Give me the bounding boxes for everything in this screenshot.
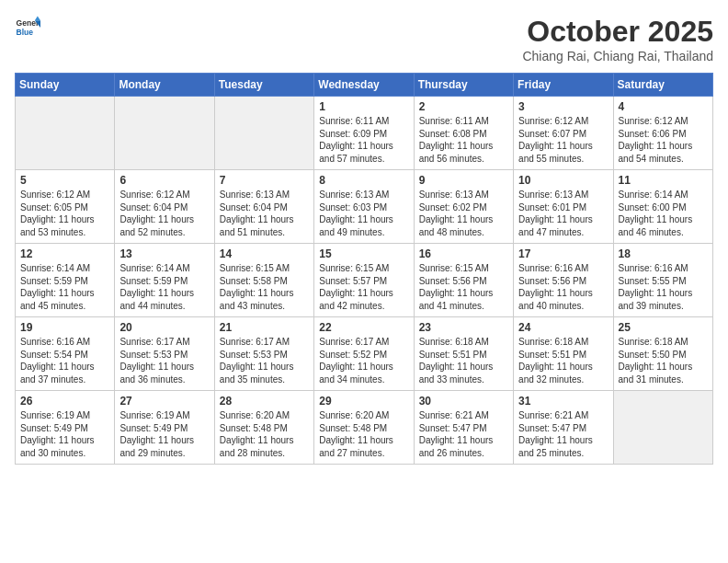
cell-text: Sunrise: 6:20 AMSunset: 5:48 PMDaylight:… [319,409,408,459]
cell-text: Sunrise: 6:19 AMSunset: 5:49 PMDaylight:… [119,409,209,459]
calendar-cell: 11Sunrise: 6:14 AMSunset: 6:00 PMDayligh… [613,170,712,244]
cell-text: Sunrise: 6:16 AMSunset: 5:56 PMDaylight:… [518,262,608,312]
cell-text: Sunrise: 6:18 AMSunset: 5:50 PMDaylight:… [619,336,708,385]
cell-text: Sunrise: 6:14 AMSunset: 5:59 PMDaylight:… [20,262,109,312]
day-number: 13 [119,247,209,260]
calendar-cell: 13Sunrise: 6:14 AMSunset: 5:59 PMDayligh… [115,244,214,317]
cell-text: Sunrise: 6:12 AMSunset: 6:07 PMDaylight:… [518,115,608,165]
day-number: 26 [20,395,109,408]
day-number: 19 [20,321,109,334]
cell-text: Sunrise: 6:17 AMSunset: 5:53 PMDaylight:… [119,336,209,385]
calendar-cell: 8Sunrise: 6:13 AMSunset: 6:03 PMDaylight… [314,170,414,244]
calendar-cell: 4Sunrise: 6:12 AMSunset: 6:06 PMDaylight… [613,97,712,170]
title-section: October 2025 Chiang Rai, Chiang Rai, Tha… [522,15,713,63]
day-number: 8 [319,174,408,187]
day-number: 23 [419,321,508,334]
cell-text: Sunrise: 6:15 AMSunset: 5:56 PMDaylight:… [419,262,508,312]
cell-text: Sunrise: 6:19 AMSunset: 5:49 PMDaylight:… [20,409,109,459]
day-number: 27 [119,395,209,408]
week-row-1: 1Sunrise: 6:11 AMSunset: 6:09 PMDaylight… [16,97,713,170]
day-number: 12 [20,247,109,260]
day-number: 18 [619,247,708,260]
calendar-cell: 5Sunrise: 6:12 AMSunset: 6:05 PMDaylight… [16,170,115,244]
week-row-5: 26Sunrise: 6:19 AMSunset: 5:49 PMDayligh… [16,391,713,465]
week-row-3: 12Sunrise: 6:14 AMSunset: 5:59 PMDayligh… [16,244,713,317]
cell-text: Sunrise: 6:21 AMSunset: 5:47 PMDaylight:… [518,409,608,459]
header-row: SundayMondayTuesdayWednesdayThursdayFrid… [16,74,713,97]
week-row-2: 5Sunrise: 6:12 AMSunset: 6:05 PMDaylight… [16,170,713,244]
calendar-cell: 24Sunrise: 6:18 AMSunset: 5:51 PMDayligh… [514,317,613,391]
day-number: 28 [220,395,309,408]
day-number: 31 [518,395,608,408]
main-title: October 2025 [522,15,713,49]
calendar-cell: 26Sunrise: 6:19 AMSunset: 5:49 PMDayligh… [16,391,115,465]
calendar-cell: 15Sunrise: 6:15 AMSunset: 5:57 PMDayligh… [314,244,414,317]
cell-text: Sunrise: 6:12 AMSunset: 6:06 PMDaylight:… [619,115,708,165]
week-row-4: 19Sunrise: 6:16 AMSunset: 5:54 PMDayligh… [16,317,713,391]
calendar-cell [115,97,214,170]
day-number: 15 [319,247,408,260]
day-number: 16 [419,247,508,260]
day-number: 11 [619,174,708,187]
cell-text: Sunrise: 6:17 AMSunset: 5:52 PMDaylight:… [319,336,408,385]
calendar-cell: 22Sunrise: 6:17 AMSunset: 5:52 PMDayligh… [314,317,414,391]
logo: General Blue [15,15,40,40]
cell-text: Sunrise: 6:14 AMSunset: 5:59 PMDaylight:… [119,262,209,312]
calendar-cell: 14Sunrise: 6:15 AMSunset: 5:58 PMDayligh… [214,244,313,317]
cell-text: Sunrise: 6:11 AMSunset: 6:08 PMDaylight:… [419,115,508,165]
cell-text: Sunrise: 6:15 AMSunset: 5:58 PMDaylight:… [220,262,309,312]
cell-text: Sunrise: 6:13 AMSunset: 6:02 PMDaylight:… [419,189,508,238]
calendar-cell: 31Sunrise: 6:21 AMSunset: 5:47 PMDayligh… [514,391,613,465]
header-day-tuesday: Tuesday [214,74,313,97]
calendar-cell: 25Sunrise: 6:18 AMSunset: 5:50 PMDayligh… [613,317,712,391]
cell-text: Sunrise: 6:13 AMSunset: 6:01 PMDaylight:… [518,189,608,238]
header-day-monday: Monday [115,74,214,97]
calendar-cell: 7Sunrise: 6:13 AMSunset: 6:04 PMDaylight… [214,170,313,244]
day-number: 14 [220,247,309,260]
day-number: 22 [319,321,408,334]
calendar-cell: 30Sunrise: 6:21 AMSunset: 5:47 PMDayligh… [414,391,513,465]
calendar-table: SundayMondayTuesdayWednesdayThursdayFrid… [15,73,713,465]
calendar-cell: 17Sunrise: 6:16 AMSunset: 5:56 PMDayligh… [514,244,613,317]
header: General Blue October 2025 Chiang Rai, Ch… [15,15,713,63]
cell-text: Sunrise: 6:13 AMSunset: 6:04 PMDaylight:… [220,189,309,238]
day-number: 20 [119,321,209,334]
day-number: 30 [419,395,508,408]
cell-text: Sunrise: 6:21 AMSunset: 5:47 PMDaylight:… [419,409,508,459]
day-number: 2 [419,100,508,113]
day-number: 3 [518,100,608,113]
calendar-cell: 23Sunrise: 6:18 AMSunset: 5:51 PMDayligh… [414,317,513,391]
svg-text:Blue: Blue [17,28,34,37]
cell-text: Sunrise: 6:18 AMSunset: 5:51 PMDaylight:… [419,336,508,385]
cell-text: Sunrise: 6:16 AMSunset: 5:55 PMDaylight:… [619,262,708,312]
cell-text: Sunrise: 6:12 AMSunset: 6:05 PMDaylight:… [20,189,109,238]
calendar-cell: 29Sunrise: 6:20 AMSunset: 5:48 PMDayligh… [314,391,414,465]
day-number: 21 [220,321,309,334]
calendar-cell: 16Sunrise: 6:15 AMSunset: 5:56 PMDayligh… [414,244,513,317]
cell-text: Sunrise: 6:14 AMSunset: 6:00 PMDaylight:… [619,189,708,238]
day-number: 25 [619,321,708,334]
cell-text: Sunrise: 6:20 AMSunset: 5:48 PMDaylight:… [220,409,309,459]
calendar-cell: 2Sunrise: 6:11 AMSunset: 6:08 PMDaylight… [414,97,513,170]
cell-text: Sunrise: 6:18 AMSunset: 5:51 PMDaylight:… [518,336,608,385]
calendar-cell: 20Sunrise: 6:17 AMSunset: 5:53 PMDayligh… [115,317,214,391]
cell-text: Sunrise: 6:16 AMSunset: 5:54 PMDaylight:… [20,336,109,385]
day-number: 7 [220,174,309,187]
calendar-cell: 3Sunrise: 6:12 AMSunset: 6:07 PMDaylight… [514,97,613,170]
day-number: 17 [518,247,608,260]
day-number: 24 [518,321,608,334]
day-number: 4 [619,100,708,113]
day-number: 6 [119,174,209,187]
cell-text: Sunrise: 6:13 AMSunset: 6:03 PMDaylight:… [319,189,408,238]
cell-text: Sunrise: 6:12 AMSunset: 6:04 PMDaylight:… [119,189,209,238]
day-number: 9 [419,174,508,187]
calendar-cell [16,97,115,170]
cell-text: Sunrise: 6:11 AMSunset: 6:09 PMDaylight:… [319,115,408,165]
calendar-cell: 9Sunrise: 6:13 AMSunset: 6:02 PMDaylight… [414,170,513,244]
header-day-sunday: Sunday [16,74,115,97]
calendar-cell: 12Sunrise: 6:14 AMSunset: 5:59 PMDayligh… [16,244,115,317]
day-number: 1 [319,100,408,113]
header-day-thursday: Thursday [414,74,513,97]
calendar-cell [214,97,313,170]
calendar-cell: 1Sunrise: 6:11 AMSunset: 6:09 PMDaylight… [314,97,414,170]
